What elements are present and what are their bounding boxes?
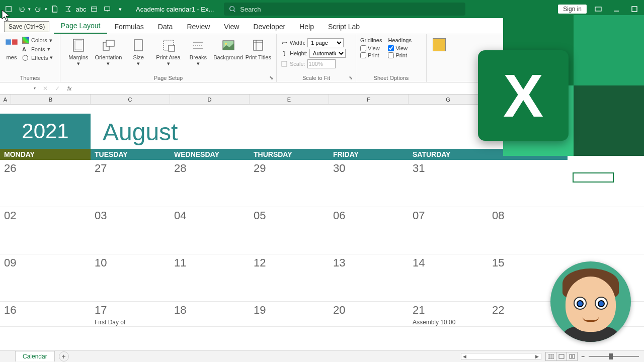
column-header[interactable]: D: [170, 95, 250, 104]
page-setup-launcher-icon[interactable]: ⬊: [269, 75, 275, 81]
minimize-icon[interactable]: [610, 3, 623, 16]
undo-icon[interactable]: [16, 4, 27, 15]
calendar-cell[interactable]: 21Assembly 10:00: [409, 302, 488, 326]
calendar-cell[interactable]: 19: [250, 302, 329, 326]
column-header[interactable]: E: [250, 95, 329, 104]
new-file-icon[interactable]: [49, 4, 60, 15]
size-button[interactable]: Size▾: [124, 36, 152, 67]
column-header[interactable]: F: [329, 95, 409, 104]
calendar-cell[interactable]: 20: [329, 302, 409, 326]
calendar-cell[interactable]: 07: [409, 207, 488, 254]
headings-view-check[interactable]: View: [388, 45, 411, 51]
calendar-cell[interactable]: 13: [329, 254, 409, 301]
print-area-button[interactable]: Print Area▾: [154, 36, 182, 67]
margins-button[interactable]: Margins▾: [64, 36, 92, 67]
calendar-cell[interactable]: 17First Day of: [91, 302, 170, 326]
ribbon-tab-formulas[interactable]: Formulas: [107, 20, 150, 34]
calendar-cell[interactable]: 18: [170, 302, 250, 326]
calendar-cell[interactable]: 28: [170, 160, 250, 207]
themes-button[interactable]: mes: [4, 36, 19, 61]
ribbon-tab-view[interactable]: View: [217, 20, 246, 34]
search-input[interactable]: Search: [224, 3, 465, 16]
calendar-cell[interactable]: 06: [329, 207, 409, 254]
svg-rect-1: [92, 7, 97, 12]
titlebar-right: Sign in: [558, 3, 641, 16]
calendar-cell[interactable]: 26: [0, 160, 91, 207]
search-placeholder: Search: [240, 6, 261, 13]
scale-launcher-icon[interactable]: ⬊: [349, 75, 355, 81]
width-select[interactable]: 1 page: [307, 38, 344, 47]
headings-print-check[interactable]: Print: [388, 52, 411, 58]
calendar-cell[interactable]: 03: [91, 207, 170, 254]
calendar-month: August: [91, 118, 178, 149]
scale-to-fit-group: Width:1 page Height:Automatic Scale: Sca…: [277, 34, 356, 82]
cancel-formula-icon[interactable]: ✕: [39, 85, 51, 92]
height-select[interactable]: Automatic: [309, 49, 346, 58]
calendar-cell[interactable]: 10: [91, 254, 170, 301]
fx-icon[interactable]: fx: [63, 85, 75, 92]
svg-rect-31: [559, 354, 564, 358]
column-header[interactable]: B: [11, 95, 91, 104]
column-header[interactable]: A: [0, 95, 11, 104]
redo-dropdown-icon[interactable]: ▾: [45, 7, 47, 12]
calendar-cell[interactable]: 09: [0, 254, 91, 301]
page-setup-group: Margins▾ Orientation▾ Size▾ Print Area▾ …: [60, 34, 277, 82]
add-sheet-button[interactable]: +: [59, 351, 69, 361]
calendar-cell[interactable]: 04: [170, 207, 250, 254]
redo-icon[interactable]: [33, 4, 44, 15]
effects-button[interactable]: ◯Effects ▾: [21, 54, 54, 61]
calendar-cell[interactable]: 11: [170, 254, 250, 301]
page-layout-view-icon[interactable]: [556, 352, 567, 361]
column-header[interactable]: C: [91, 95, 170, 104]
svg-rect-18: [169, 45, 175, 51]
ribbon-tab-script-lab[interactable]: Script Lab: [321, 20, 367, 34]
ribbon-tab-data[interactable]: Data: [151, 20, 180, 34]
print-titles-button[interactable]: Print Titles: [245, 36, 272, 61]
ribbon-tab-page-layout[interactable]: Page Layout: [54, 19, 108, 34]
calendar-cell[interactable]: [488, 160, 568, 207]
calendar-cell[interactable]: 05: [250, 207, 329, 254]
enter-formula-icon[interactable]: ✓: [51, 85, 63, 92]
calendar-cell[interactable]: 12: [250, 254, 329, 301]
ribbon-tab-review[interactable]: Review: [180, 20, 217, 34]
zoom-slider[interactable]: [589, 356, 639, 357]
calendar-cell[interactable]: 02: [0, 207, 91, 254]
fonts-button[interactable]: AFonts ▾: [21, 45, 54, 53]
name-box[interactable]: ▾: [0, 86, 39, 90]
normal-view-icon[interactable]: [545, 352, 556, 361]
spellcheck-icon[interactable]: abc: [75, 4, 87, 15]
autosum-icon[interactable]: [62, 4, 73, 15]
undo-dropdown-icon[interactable]: ▾: [28, 7, 31, 12]
form-icon[interactable]: [89, 4, 100, 15]
signin-button[interactable]: Sign in: [558, 5, 587, 14]
customize-qat-icon[interactable]: ▾: [115, 4, 126, 15]
orientation-button[interactable]: Orientation▾: [94, 36, 122, 67]
calendar-cell[interactable]: 27: [91, 160, 170, 207]
gridlines-print-check[interactable]: Print: [360, 52, 382, 58]
presentation-icon[interactable]: [102, 4, 113, 15]
svg-rect-16: [134, 40, 142, 51]
horizontal-scrollbar[interactable]: ◀▶: [461, 353, 541, 360]
gridlines-view-check[interactable]: View: [360, 45, 382, 51]
background-button[interactable]: Background: [214, 36, 243, 61]
colors-button[interactable]: Colors ▾: [21, 36, 54, 44]
ribbon-tab-help[interactable]: Help: [292, 20, 321, 34]
calendar-cell[interactable]: 16: [0, 302, 91, 326]
calendar-cell[interactable]: 30: [329, 160, 409, 207]
calendar-cell[interactable]: 29: [250, 160, 329, 207]
calendar-cell[interactable]: 08: [488, 207, 568, 254]
sheet-tab-calendar[interactable]: Calendar: [15, 351, 55, 361]
bring-forward-icon[interactable]: [433, 38, 446, 51]
zoom-out-icon[interactable]: −: [581, 353, 585, 360]
quick-access-toolbar: ▾ ▾ abc ▾: [0, 4, 126, 15]
ribbon-tab-developer[interactable]: Developer: [246, 20, 292, 34]
day-header: THURSDAY: [250, 149, 329, 160]
calendar-cell[interactable]: 14: [409, 254, 488, 301]
breaks-button[interactable]: Breaks▾: [184, 36, 212, 67]
ribbon-display-icon[interactable]: [592, 3, 605, 16]
maximize-icon[interactable]: [628, 3, 641, 16]
day-header: FRIDAY: [329, 149, 409, 160]
page-break-view-icon[interactable]: [567, 352, 578, 361]
calendar-cell[interactable]: 31: [409, 160, 488, 207]
column-header[interactable]: G: [409, 95, 488, 104]
